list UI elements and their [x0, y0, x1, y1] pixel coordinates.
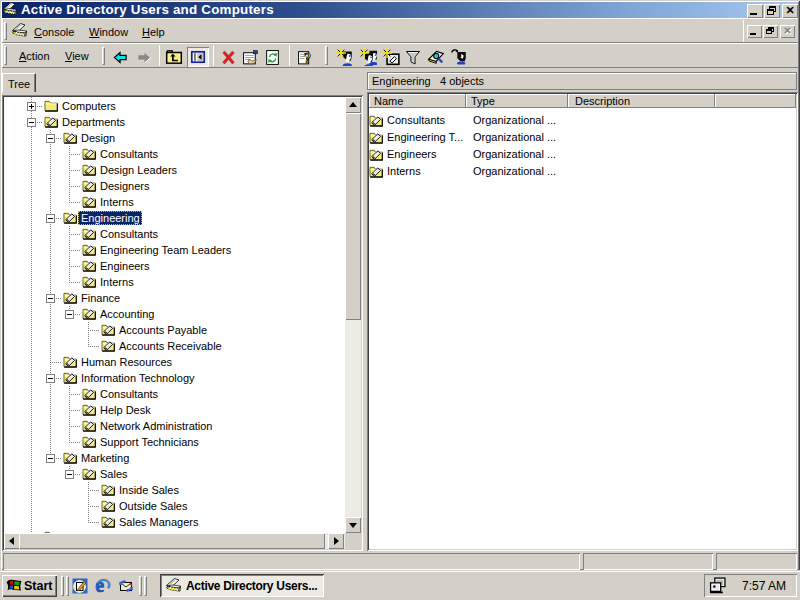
svg-text:?: ?	[304, 50, 311, 66]
